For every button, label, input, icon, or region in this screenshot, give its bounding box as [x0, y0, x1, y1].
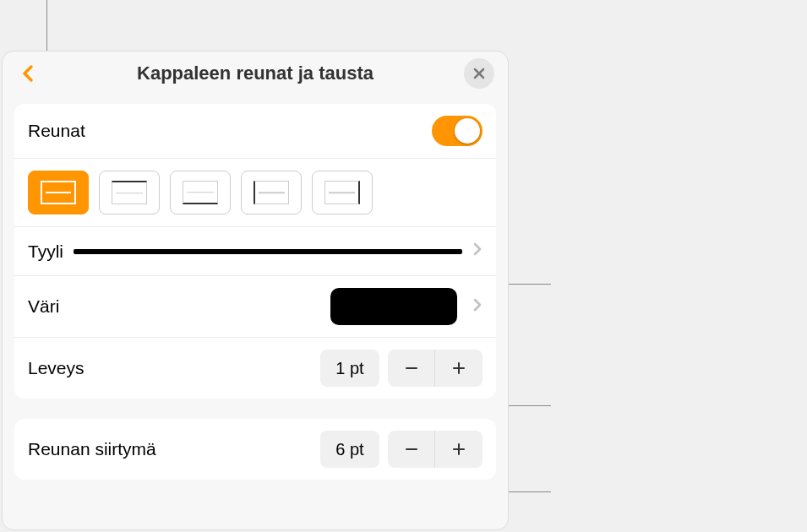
panel-header: Kappaleen reunat ja tausta [3, 52, 508, 95]
offset-row: Reunan siirtymä 6 pt [14, 419, 496, 480]
chevron-right-icon [472, 297, 483, 317]
border-top-button[interactable] [99, 171, 160, 214]
offset-increase-button[interactable] [435, 431, 483, 468]
width-label: Leveys [28, 358, 85, 378]
border-all-icon [41, 181, 76, 204]
chevron-right-icon [472, 242, 483, 261]
offset-label: Reunan siirtymä [28, 439, 156, 459]
plus-icon [451, 442, 466, 457]
color-swatch [330, 288, 457, 325]
color-label: Väri [28, 296, 59, 317]
border-all-button[interactable] [28, 171, 89, 214]
offset-stepper [388, 431, 483, 468]
border-bottom-icon [183, 181, 218, 204]
border-top-icon [112, 181, 147, 204]
minus-icon [404, 442, 419, 457]
width-row: Leveys 1 pt [14, 338, 496, 399]
width-value: 1 pt [320, 350, 379, 387]
borders-toggle-row: Reunat [14, 104, 496, 159]
style-preview [74, 249, 462, 254]
width-increase-button[interactable] [435, 350, 483, 387]
color-row[interactable]: Väri [14, 276, 496, 338]
close-icon [472, 67, 486, 80]
close-button[interactable] [464, 58, 494, 89]
border-position-row [14, 159, 496, 227]
offset-section: Reunan siirtymä 6 pt [14, 419, 496, 480]
border-left-icon [254, 181, 289, 204]
offset-decrease-button[interactable] [388, 431, 435, 468]
width-decrease-button[interactable] [388, 350, 435, 387]
style-row[interactable]: Tyyli [14, 227, 496, 276]
width-stepper [388, 350, 483, 387]
plus-icon [451, 361, 466, 376]
border-left-button[interactable] [241, 171, 302, 214]
style-label: Tyyli [28, 242, 63, 262]
chevron-left-icon [20, 63, 35, 84]
minus-icon [404, 361, 419, 376]
borders-section: Reunat Tyyli [14, 104, 496, 399]
offset-value: 6 pt [320, 431, 379, 468]
borders-background-panel: Kappaleen reunat ja tausta Reunat [2, 51, 509, 530]
borders-toggle[interactable] [432, 116, 483, 146]
borders-label: Reunat [28, 121, 85, 141]
border-bottom-button[interactable] [170, 171, 231, 214]
back-button[interactable] [16, 62, 40, 85]
callout-line [46, 0, 47, 51]
callout-line [509, 284, 551, 285]
border-right-button[interactable] [312, 171, 373, 214]
panel-title: Kappaleen reunat ja tausta [137, 62, 374, 84]
border-right-icon [324, 181, 360, 204]
